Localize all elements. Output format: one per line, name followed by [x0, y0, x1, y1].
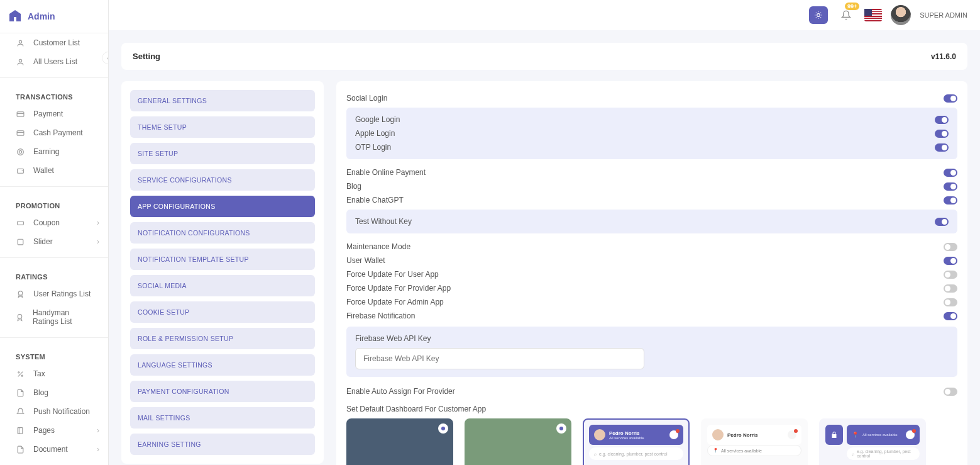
sidebar-item-user-ratings-list[interactable]: User Ratings List — [0, 284, 108, 303]
config-tab-mail-settings[interactable]: MAIL SETTINGS — [130, 407, 315, 429]
toggle-test-without-key[interactable] — [935, 218, 949, 226]
avatar[interactable] — [891, 5, 911, 25]
toggle-google-login[interactable] — [935, 116, 949, 124]
toggle-social-login[interactable] — [944, 94, 957, 103]
sidebar-item-customer-list[interactable]: Customer List — [0, 33, 108, 52]
dashboard-option-5[interactable]: 📍 All services available ⌕ e.g. cleaning… — [819, 418, 926, 465]
setting-online-payment: Enable Online Payment — [346, 165, 957, 179]
dashboard-option-3[interactable]: Pedro Norris All services available ⌕ e.… — [583, 418, 690, 465]
pages-icon — [16, 426, 25, 435]
sidebar-item-frontend-setting[interactable]: Frontend Setting — [0, 459, 108, 465]
toggle-blog[interactable] — [944, 182, 957, 191]
notifications-button[interactable]: 99+ — [837, 6, 856, 24]
setting-label: Google Login — [355, 115, 400, 124]
toggle-otp-login[interactable] — [935, 143, 949, 152]
percent-icon — [16, 369, 25, 378]
sidebar-item-all-users-list[interactable]: All Users List — [0, 52, 108, 71]
chevron-right-icon: › — [97, 426, 99, 435]
preview-avatar — [712, 429, 724, 440]
config-tab-social-media[interactable]: SOCIAL MEDIA — [130, 275, 315, 296]
svg-rect-7 — [17, 221, 23, 224]
config-tab-service-configurations[interactable]: SERVICE CONFIGURATIONS — [130, 169, 315, 191]
dashboard-option-4[interactable]: Pedro Norris 📍 All services available — [701, 418, 808, 465]
config-tab-payment-configuration[interactable]: PAYMENT CONFIGURATION — [130, 381, 315, 402]
toggle-force-admin[interactable] — [944, 298, 957, 306]
sidebar-item-payment[interactable]: Payment — [0, 104, 108, 123]
preview-header: Pedro Norris — [707, 425, 801, 445]
bell-icon — [16, 407, 25, 416]
firebase-field-label: Firebase Web API Key — [355, 334, 949, 343]
sidebar-item-push-notification[interactable]: Push Notification — [0, 402, 108, 421]
card-icon — [16, 128, 25, 137]
sidebar-item-handyman-ratings-list[interactable]: Handyman Ratings List — [0, 303, 108, 331]
setting-label: User Wallet — [346, 256, 385, 265]
preview-search-hint: e.g. cleaning, plumber, pest control — [857, 449, 915, 458]
wallet-icon — [16, 166, 25, 175]
toggle-apple-login[interactable] — [935, 130, 949, 138]
setting-label: Social Login — [346, 94, 387, 103]
brand-row[interactable]: Admin — [0, 0, 108, 33]
setting-force-provider: Force Update For Provider App — [346, 281, 957, 295]
config-tab-earning-setting[interactable]: EARNING SETTING — [130, 434, 315, 455]
sidebar-item-document[interactable]: Document› — [0, 440, 108, 459]
config-tab-general-settings[interactable]: GENERAL SETTINGS — [130, 90, 315, 111]
config-tab-app-configurations[interactable]: APP CONFIGURATIONS — [130, 196, 315, 217]
sidebar-item-tax[interactable]: Tax — [0, 364, 108, 383]
preview-header: 📍 All services available — [847, 425, 920, 445]
sidebar-section-promotion: PROMOTION — [0, 193, 108, 213]
preview-bell-icon — [669, 430, 678, 439]
dashboard-option-2[interactable] — [465, 418, 571, 465]
sidebar-item-blog[interactable]: Blog — [0, 383, 108, 402]
sidebar-item-wallet[interactable]: Wallet — [0, 161, 108, 180]
config-tab-theme-setup[interactable]: THEME SETUP — [130, 116, 315, 138]
setting-blog: Blog — [346, 179, 957, 193]
topbar: 99+ SUPER ADMIN — [109, 0, 980, 30]
ticket-icon — [16, 218, 25, 227]
theme-toggle-button[interactable] — [809, 6, 828, 24]
toggle-force-provider[interactable] — [944, 284, 957, 293]
sidebar-item-slider[interactable]: Slider› — [0, 232, 108, 251]
firebase-key-input[interactable] — [355, 348, 644, 369]
sidebar-item-earning[interactable]: Earning — [0, 142, 108, 161]
setting-label: Firebase Notification — [346, 311, 415, 320]
config-tab-list: GENERAL SETTINGSTHEME SETUPSITE SETUPSER… — [121, 81, 324, 464]
sidebar-item-label: All Users List — [33, 57, 77, 66]
dashboard-option-1[interactable] — [346, 418, 453, 465]
toggle-user-wallet[interactable] — [944, 257, 957, 265]
setting-label: Apple Login — [355, 129, 395, 138]
sidebar-item-coupon[interactable]: Coupon› — [0, 213, 108, 232]
sidebar-section-ratings: RATINGS — [0, 264, 108, 284]
config-tab-cookie-setup[interactable]: COOKIE SETUP — [130, 301, 315, 323]
svg-point-9 — [18, 291, 23, 295]
locale-flag-button[interactable] — [864, 9, 882, 21]
toggle-firebase[interactable] — [944, 312, 957, 320]
preview-username: Pedro Norris — [609, 430, 644, 436]
toggle-online-payment[interactable] — [944, 169, 957, 177]
setting-test-without-key: Test Without Key — [346, 215, 957, 228]
toggle-force-user[interactable] — [944, 271, 957, 279]
config-tab-language-settings[interactable]: LANGUAGE SETTINGS — [130, 354, 315, 376]
sidebar-item-cash-payment[interactable]: Cash Payment — [0, 123, 108, 142]
svg-point-4 — [17, 148, 23, 155]
config-tab-site-setup[interactable]: SITE SETUP — [130, 143, 315, 164]
brand-text: Admin — [28, 11, 55, 21]
config-tab-notification-configurations[interactable]: NOTIFICATION CONFIGURATIONS — [130, 222, 315, 244]
toggle-chatgpt[interactable] — [944, 196, 957, 204]
toggle-auto-assign[interactable] — [944, 388, 957, 396]
svg-point-10 — [18, 314, 22, 318]
target-icon — [16, 147, 25, 156]
toggle-maintenance[interactable] — [944, 243, 957, 251]
preview-bell-icon — [906, 430, 915, 439]
svg-point-1 — [19, 59, 21, 62]
setting-firebase: Firebase Notification — [346, 309, 957, 323]
config-tab-role-permission-setup[interactable]: ROLE & PERMISSION SETUP — [130, 328, 315, 349]
page-header: Setting v11.6.0 — [121, 43, 967, 70]
setting-label: Enable Online Payment — [346, 168, 426, 177]
sidebar-item-pages[interactable]: Pages› — [0, 421, 108, 440]
preview-services-text: All services available — [721, 449, 762, 453]
setting-label: Enable Auto Assign For Provider — [346, 387, 455, 396]
config-tab-notification-template-setup[interactable]: NOTIFICATION TEMPLATE SETUP — [130, 249, 315, 270]
sidebar-item-label: Tax — [33, 369, 45, 378]
svg-rect-8 — [18, 239, 23, 245]
svg-point-5 — [19, 150, 21, 153]
